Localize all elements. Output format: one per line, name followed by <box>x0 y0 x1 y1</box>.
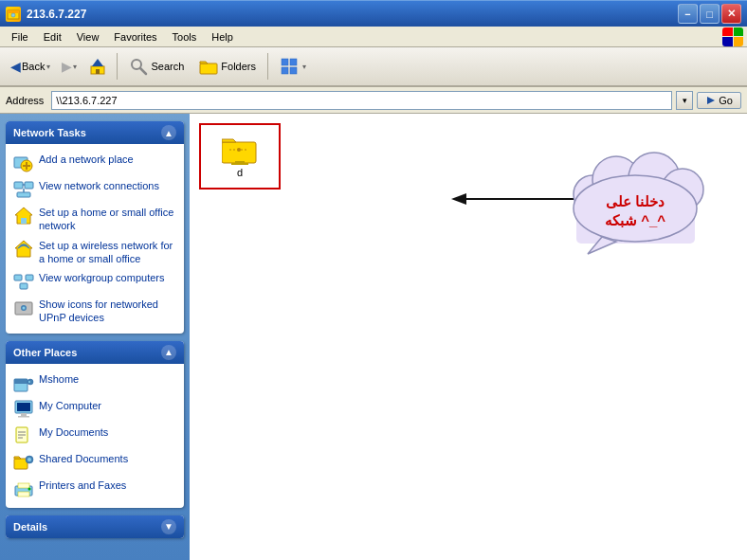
search-icon <box>129 57 148 76</box>
other-places-collapse[interactable]: ▲ <box>161 345 176 360</box>
search-button[interactable]: Search <box>122 53 191 80</box>
details-section: Details ▼ <box>6 515 184 538</box>
svg-rect-49 <box>18 492 29 497</box>
network-tasks-header[interactable]: Network Tasks ▲ <box>6 121 184 144</box>
home-network-label: Set up a home or small office network <box>39 206 176 233</box>
add-network-place-icon <box>13 153 34 173</box>
svg-line-7 <box>140 68 146 74</box>
svg-rect-37 <box>17 403 30 411</box>
network-tasks-body: Add a network place View network connect… <box>6 144 184 334</box>
svg-rect-27 <box>26 275 33 280</box>
my-documents-label: My Documents <box>39 425 108 439</box>
my-computer-icon <box>13 399 34 420</box>
svg-rect-1 <box>8 10 19 13</box>
folder-item-d[interactable]: d <box>207 131 273 182</box>
forward-button[interactable]: ▶ ▾ <box>57 55 82 78</box>
svg-rect-21 <box>17 192 30 197</box>
workgroup-label: View workgroup computers <box>39 271 164 284</box>
svg-marker-25 <box>15 241 32 257</box>
sidebar-item-view-connections[interactable]: View network connections <box>9 176 180 203</box>
search-label: Search <box>151 61 184 72</box>
views-dropdown-icon: ▾ <box>302 63 306 71</box>
upnp-label: Show icons for networked UPnP devices <box>39 298 176 325</box>
shared-docs-icon <box>13 452 34 473</box>
svg-marker-13 <box>707 97 715 104</box>
menu-file[interactable]: File <box>4 29 36 45</box>
address-bar: Address ▾ Go <box>0 87 747 114</box>
svg-rect-39 <box>18 416 29 418</box>
close-button[interactable]: ✕ <box>721 4 741 24</box>
sidebar-item-add-network-place[interactable]: Add a network place <box>9 150 180 176</box>
menu-help[interactable]: Help <box>204 29 241 45</box>
menu-favorites[interactable]: Favorites <box>106 29 164 45</box>
other-places-label: Other Places <box>13 347 77 358</box>
details-collapse[interactable]: ▼ <box>161 519 176 534</box>
main-area: Network Tasks ▲ Add a network place <box>0 114 747 560</box>
sidebar-item-my-computer[interactable]: My Computer <box>9 396 180 423</box>
up-icon <box>88 57 107 76</box>
add-network-place-label: Add a network place <box>39 153 134 166</box>
sidebar-item-home-network[interactable]: Set up a home or small office network <box>9 203 180 236</box>
back-dropdown-icon: ▾ <box>46 63 50 71</box>
go-arrow-icon <box>705 95 717 106</box>
sidebar: Network Tasks ▲ Add a network place <box>0 114 190 560</box>
svg-rect-24 <box>21 218 27 224</box>
cloud-svg: دخلنا على ^_^ شبكه <box>559 152 711 256</box>
sidebar-item-upnp[interactable]: Show icons for networked UPnP devices <box>9 295 180 328</box>
mshome-icon <box>13 372 34 393</box>
go-button[interactable]: Go <box>697 92 741 109</box>
address-input[interactable] <box>51 91 672 110</box>
view-connections-icon <box>13 179 34 200</box>
svg-rect-55 <box>231 163 248 165</box>
svg-rect-12 <box>290 67 297 74</box>
menu-view[interactable]: View <box>69 29 107 45</box>
menu-bar: File Edit View Favorites Tools Help <box>0 27 747 47</box>
sidebar-item-wireless[interactable]: Set up a wireless network for a home or … <box>9 236 180 269</box>
network-tasks-collapse[interactable]: ▲ <box>161 125 176 140</box>
details-header[interactable]: Details ▼ <box>6 515 184 538</box>
address-dropdown[interactable]: ▾ <box>676 91 693 110</box>
other-places-header[interactable]: Other Places ▲ <box>6 341 184 364</box>
views-icon <box>280 57 299 76</box>
printers-label: Printers and Faxes <box>39 479 126 492</box>
toolbar-separator-2 <box>267 53 268 80</box>
window-icon <box>6 7 21 22</box>
svg-rect-33 <box>14 379 27 384</box>
up-button[interactable] <box>83 53 112 80</box>
svg-rect-9 <box>282 59 288 65</box>
sidebar-item-printers[interactable]: Printers and Faxes <box>9 476 180 502</box>
back-button[interactable]: ◀ Back ▾ <box>6 55 55 78</box>
svg-rect-19 <box>25 182 33 189</box>
wireless-icon <box>13 239 34 260</box>
toolbar: ◀ Back ▾ ▶ ▾ Search Folders <box>0 47 747 87</box>
svg-point-2 <box>11 13 15 17</box>
menu-edit[interactable]: Edit <box>36 29 69 45</box>
sidebar-item-mshome[interactable]: Mshome <box>9 370 180 396</box>
svg-point-53 <box>237 148 241 152</box>
details-label: Details <box>13 521 47 533</box>
maximize-button[interactable]: □ <box>700 4 720 24</box>
views-button[interactable]: ▾ <box>273 53 313 80</box>
menu-tools[interactable]: Tools <box>165 29 205 45</box>
sidebar-item-workgroup[interactable]: View workgroup computers <box>9 268 180 295</box>
sidebar-item-shared-docs[interactable]: Shared Documents <box>9 449 180 476</box>
folders-icon <box>199 57 218 76</box>
back-label: Back <box>22 61 45 72</box>
svg-point-50 <box>28 487 31 490</box>
sidebar-item-my-documents[interactable]: My Documents <box>9 423 180 449</box>
other-places-section: Other Places ▲ Mshome <box>6 341 184 508</box>
forward-arrow-icon: ▶ <box>62 59 72 74</box>
folders-button[interactable]: Folders <box>192 53 263 80</box>
folder-icon <box>222 135 258 165</box>
svg-text:دخلنا على: دخلنا على <box>606 193 665 209</box>
forward-dropdown-icon: ▾ <box>73 63 77 71</box>
home-network-icon <box>13 206 34 226</box>
toolbar-separator-1 <box>117 53 118 80</box>
folder-selection-box: d <box>199 123 281 190</box>
folder-d-label: d <box>237 167 243 178</box>
minimize-button[interactable]: − <box>678 4 698 24</box>
svg-marker-4 <box>92 59 103 66</box>
svg-rect-11 <box>282 67 288 74</box>
view-connections-label: View network connections <box>39 179 159 192</box>
shared-docs-label: Shared Documents <box>39 452 128 465</box>
